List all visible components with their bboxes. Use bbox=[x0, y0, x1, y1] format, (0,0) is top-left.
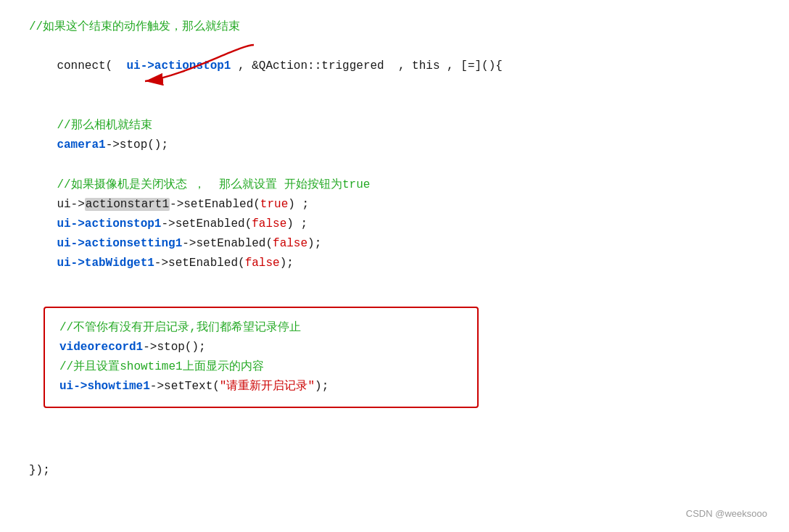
box-comment-1: //不管你有没有开启记录,我们都希望记录停止 bbox=[59, 318, 463, 338]
ui-actionstop1-2: ui->actionstop1 bbox=[57, 217, 161, 230]
set-enabled-true: ->setEnabled(true) ; bbox=[170, 198, 309, 211]
blank-line-4 bbox=[29, 421, 760, 441]
videorecord-stop: ->stop(); bbox=[143, 341, 205, 354]
box-line-1: videorecord1->stop(); bbox=[59, 338, 463, 357]
connect-middle: , &QAction::triggered , bbox=[231, 59, 412, 72]
actionstop1-false-line: ui->actionstop1->setEnabled(false) ; bbox=[29, 215, 760, 234]
ui-tabwidget1: ui->tabWidget1 bbox=[57, 257, 154, 270]
ui-showtime1: ui->showtime1 bbox=[59, 380, 150, 393]
highlighted-code-box: //不管你有没有开启记录,我们都希望记录停止 videorecord1->sto… bbox=[44, 307, 479, 409]
showtime-settext: ->setText("请重新开启记录"); bbox=[150, 380, 329, 393]
ui-actionsetting1: ui->actionsetting1 bbox=[57, 237, 182, 250]
ui-prefix-1: ui-> bbox=[57, 198, 84, 211]
blank-line-3 bbox=[29, 273, 760, 293]
set-enabled-false-3: ->setEnabled(false); bbox=[154, 257, 294, 270]
videorecord1: videorecord1 bbox=[59, 341, 143, 354]
actionsetting1-false-line: ui->actionsetting1->setEnabled(false); bbox=[29, 234, 760, 254]
set-enabled-false-1: ->setEnabled(false) ; bbox=[161, 217, 307, 230]
blank-line-1 bbox=[29, 96, 760, 116]
ui-actionstop1: ui->actionstop1 bbox=[126, 59, 231, 72]
blank-line-5 bbox=[29, 441, 760, 461]
box-line-2: ui->showtime1->setText("请重新开启记录"); bbox=[59, 377, 463, 396]
set-enabled-false-2: ->setEnabled(false); bbox=[182, 237, 321, 250]
comment-line-1: //如果这个结束的动作触发，那么就结束 bbox=[29, 17, 760, 37]
stop-method: ->stop(); bbox=[106, 138, 168, 151]
actionstart1-highlighted: actionstart1 bbox=[85, 198, 170, 211]
closing-brace: }); bbox=[29, 461, 760, 481]
box-comment-2: //并且设置showtime1上面显示的内容 bbox=[59, 357, 463, 377]
camera-stop-line: camera1->stop(); bbox=[29, 136, 760, 155]
connect-end: , [=](){ bbox=[440, 59, 503, 72]
set-enabled-true-line: ui->actionstart1->setEnabled(true) ; bbox=[29, 195, 760, 215]
watermark: CSDN @weeksooo bbox=[686, 508, 767, 519]
connect-line: connect( ui->actionstop1 , &QAction::tri… bbox=[29, 37, 760, 96]
camera1: camera1 bbox=[57, 138, 105, 151]
connect-keyword: connect( bbox=[57, 59, 126, 72]
blank-line-2 bbox=[29, 155, 760, 175]
comment-line-3: //如果摄像机是关闭状态 ， 那么就设置 开始按钮为true bbox=[29, 175, 760, 195]
comment-line-2: //那么相机就结束 bbox=[29, 116, 760, 136]
code-container: //如果这个结束的动作触发，那么就结束 connect( ui->actions… bbox=[0, 0, 789, 498]
this-keyword: this bbox=[412, 59, 439, 72]
tabwidget1-false-line: ui->tabWidget1->setEnabled(false); bbox=[29, 254, 760, 273]
